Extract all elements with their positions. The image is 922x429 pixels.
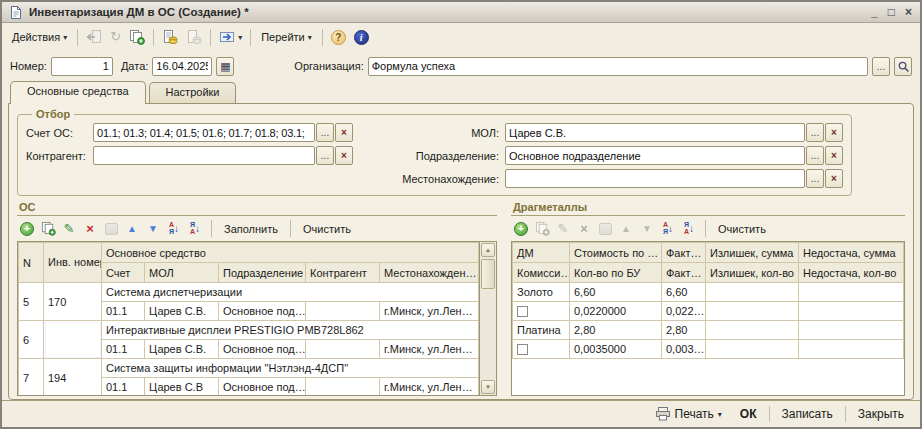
table-row[interactable]: Платина 2,80 2,80 [513,321,904,340]
cell-inv-number-selected[interactable]: 179 [44,321,102,359]
cell-inv-number[interactable]: 194 [44,359,102,397]
tab-settings[interactable]: Настройки [149,82,237,103]
cell-shortage-qty[interactable] [799,302,904,321]
cell-qty-fact[interactable]: 0,022… [662,302,706,321]
info-button[interactable]: i [351,26,372,48]
scroll-down-button[interactable]: ▼ [481,380,495,394]
clear-button[interactable]: Очистить [714,223,770,235]
cell-contractor[interactable] [306,340,380,359]
cell-cost-fact[interactable]: 2,80 [662,321,706,340]
cell-n[interactable]: 6 [19,321,44,359]
cell-qty-bu[interactable]: 0,0220000 [570,302,662,321]
organization-input[interactable] [368,57,868,76]
cell-commission[interactable] [513,340,570,359]
close-button[interactable]: × [905,7,912,17]
cell-location[interactable]: г.Минск, ул.Лен… [380,378,479,397]
calendar-button[interactable]: ▦ [216,57,234,76]
maximize-button[interactable]: □ [888,7,895,17]
location-input[interactable] [505,169,805,188]
cell-division[interactable]: Основное под… [219,340,306,359]
move-down-button[interactable]: ▼ [145,221,161,237]
contractor-select-button[interactable]: ... [316,146,334,165]
cell-surplus-qty[interactable] [706,302,799,321]
cell-account[interactable]: 01.1 [102,302,145,321]
division-select-button[interactable]: ... [806,146,824,165]
mol-clear-button[interactable]: × [825,123,843,142]
cell-account[interactable]: 01.1 [102,378,145,397]
sort-ascending-button[interactable]: АЯ ↓ [660,221,676,237]
cell-division[interactable]: Основное под… [219,378,306,397]
close-window-button[interactable]: Закрыть [850,405,912,423]
account-input[interactable] [93,123,315,142]
cell-mol[interactable]: Царев С.В. [145,340,219,359]
cell-cost-bu[interactable]: 2,80 [570,321,662,340]
cell-location[interactable]: г.Минск, ул.Лен… [380,340,479,359]
goto-menu-button[interactable]: Перейти ▾ [256,26,317,48]
sort-ascending-button[interactable]: АЯ ↓ [166,221,182,237]
location-select-button[interactable]: ... [806,169,824,188]
organization-open-button[interactable] [894,57,912,76]
save-button[interactable]: Записать [774,405,841,423]
account-select-button[interactable]: ... [316,123,334,142]
cell-inv-number[interactable]: 170 [44,283,102,321]
print-menu-button[interactable]: Печать ▾ [647,404,730,424]
actions-menu-button[interactable]: Действия ▾ [7,26,72,48]
account-clear-button[interactable]: × [335,123,353,142]
cell-account[interactable]: 01.1 [102,340,145,359]
contractor-input[interactable] [93,146,315,165]
table-row[interactable]: Золото 6,60 6,60 [513,283,904,302]
help-button[interactable]: ? [328,26,349,48]
fill-button[interactable]: Заполнить [220,223,282,235]
contractor-clear-button[interactable]: × [335,146,353,165]
cell-surplus-sum[interactable] [706,321,799,340]
cell-asset-name[interactable]: Система защиты информации "Нэтлэнд-4ДСП" [102,359,479,378]
sort-descending-button[interactable]: ЯА ↓ [187,221,203,237]
table-row[interactable]: 7 194 Система защиты информации "Нэтлэнд… [19,359,479,378]
number-input[interactable] [51,57,113,76]
move-up-button[interactable]: ▲ [124,221,140,237]
clear-button[interactable]: Очистить [299,223,355,235]
mol-select-button[interactable]: ... [806,123,824,142]
table-row[interactable]: 6 179 Интерактивные дисплеи PRESTIGIO PM… [19,321,479,340]
cell-metal[interactable]: Золото [513,283,570,302]
ok-button[interactable]: ОК [732,405,765,423]
cell-qty-bu[interactable]: 0,0035000 [570,340,662,359]
table-subrow[interactable]: 0,0035000 0,003… [513,340,904,359]
add-row-button[interactable]: + [19,221,35,237]
vertical-scrollbar[interactable]: ▲ ▼ [480,241,497,396]
edit-row-button[interactable]: ✎ [61,221,77,237]
location-clear-button[interactable]: × [825,169,843,188]
add-row-button[interactable]: + [513,221,529,237]
cell-qty-fact[interactable]: 0,003… [662,340,706,359]
cell-metal[interactable]: Платина [513,321,570,340]
minimize-button[interactable]: _ [871,7,878,17]
commission-checkbox[interactable] [517,306,528,317]
cell-cost-fact[interactable]: 6,60 [662,283,706,302]
cell-asset-name[interactable]: Интерактивные дисплеи PRESTIGIO PMB728L8… [102,321,479,340]
cell-contractor[interactable] [306,302,380,321]
cell-mol[interactable]: Царев С.В. [145,302,219,321]
cell-shortage-sum[interactable] [799,283,904,302]
cell-asset-name[interactable]: Система диспетчеризации [102,283,479,302]
table-subrow[interactable]: 0,0220000 0,022… [513,302,904,321]
cell-n[interactable]: 5 [19,283,44,321]
cell-mol[interactable]: Царев С.В [145,378,219,397]
cell-location[interactable]: г.Минск, ул.Лен… [380,302,479,321]
date-input[interactable] [152,57,212,76]
copy-row-button[interactable] [40,221,56,237]
mol-input[interactable] [505,123,805,142]
delete-row-button[interactable]: × [82,221,98,237]
cell-shortage-sum[interactable] [799,321,904,340]
post-document-button[interactable] [159,26,181,48]
scrollbar-thumb[interactable] [481,259,495,289]
cell-surplus-qty[interactable] [706,340,799,359]
copy-document-button[interactable] [126,26,148,48]
table-row[interactable]: 5 170 Система диспетчеризации [19,283,479,302]
cell-n[interactable]: 7 [19,359,44,397]
cell-division[interactable]: Основное под… [219,302,306,321]
division-input[interactable] [505,146,805,165]
cell-surplus-sum[interactable] [706,283,799,302]
sort-descending-button[interactable]: ЯА ↓ [681,221,697,237]
cell-shortage-qty[interactable] [799,340,904,359]
scroll-up-button[interactable]: ▲ [481,243,495,257]
